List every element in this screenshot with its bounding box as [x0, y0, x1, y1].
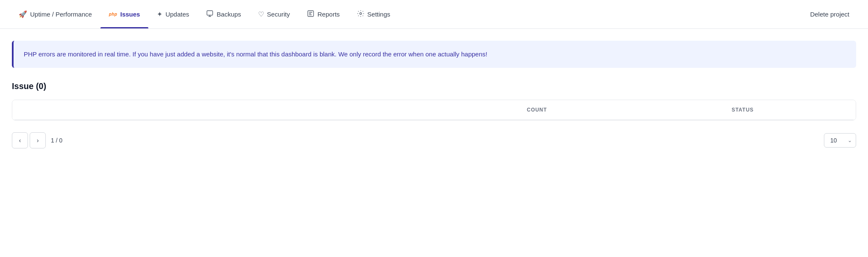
per-page-select[interactable]: 10 25 50 100	[824, 133, 856, 148]
main-content: PHP errors are monitored in real time. I…	[0, 29, 868, 167]
pagination-info: 1 / 0	[51, 137, 62, 144]
nav-settings[interactable]: Settings	[348, 0, 399, 28]
nav-reports-label: Reports	[317, 11, 340, 18]
nav-security[interactable]: ♡ Security	[250, 0, 298, 28]
nav-issues[interactable]: php Issues	[100, 0, 149, 28]
table-header: COUNT STATUS	[12, 100, 856, 120]
backups-icon	[206, 10, 214, 19]
chevron-left-icon: ‹	[19, 137, 21, 144]
banner-text: PHP errors are monitored in real time. I…	[24, 49, 487, 59]
updates-icon: ✦	[157, 10, 162, 18]
info-banner: PHP errors are monitored in real time. I…	[12, 41, 856, 68]
nav-delete-project[interactable]: Delete project	[801, 0, 858, 28]
nav-updates-label: Updates	[165, 11, 189, 18]
pagination: ‹ › 1 / 0 10 25 50 100 ⌄	[12, 132, 856, 148]
issues-table: COUNT STATUS	[12, 100, 856, 120]
nav-updates[interactable]: ✦ Updates	[148, 0, 198, 28]
nav-backups-label: Backups	[217, 11, 241, 18]
nav-delete-label: Delete project	[810, 11, 849, 18]
nav-reports[interactable]: Reports	[298, 0, 348, 28]
per-page-container: 10 25 50 100 ⌄	[824, 133, 856, 148]
nav-uptime[interactable]: 🚀 Uptime / Performance	[10, 0, 100, 28]
svg-rect-0	[207, 11, 213, 15]
settings-icon	[357, 10, 364, 19]
nav-uptime-label: Uptime / Performance	[30, 11, 92, 18]
next-page-button[interactable]: ›	[30, 132, 46, 148]
navigation: 🚀 Uptime / Performance php Issues ✦ Upda…	[0, 0, 868, 29]
prev-page-button[interactable]: ‹	[12, 132, 28, 148]
rocket-icon: 🚀	[19, 10, 27, 18]
column-status: STATUS	[640, 107, 846, 113]
nav-issues-label: Issues	[120, 11, 140, 18]
column-count: COUNT	[434, 107, 640, 113]
chevron-right-icon: ›	[37, 137, 39, 144]
php-badge: php	[109, 12, 117, 17]
nav-backups[interactable]: Backups	[198, 0, 250, 28]
issues-title: Issue (0)	[12, 81, 856, 91]
per-page-wrapper: 10 25 50 100 ⌄	[824, 133, 856, 148]
svg-point-2	[359, 12, 362, 14]
security-icon: ♡	[258, 10, 264, 18]
nav-security-label: Security	[267, 11, 290, 18]
reports-icon	[307, 10, 314, 19]
nav-settings-label: Settings	[367, 11, 390, 18]
